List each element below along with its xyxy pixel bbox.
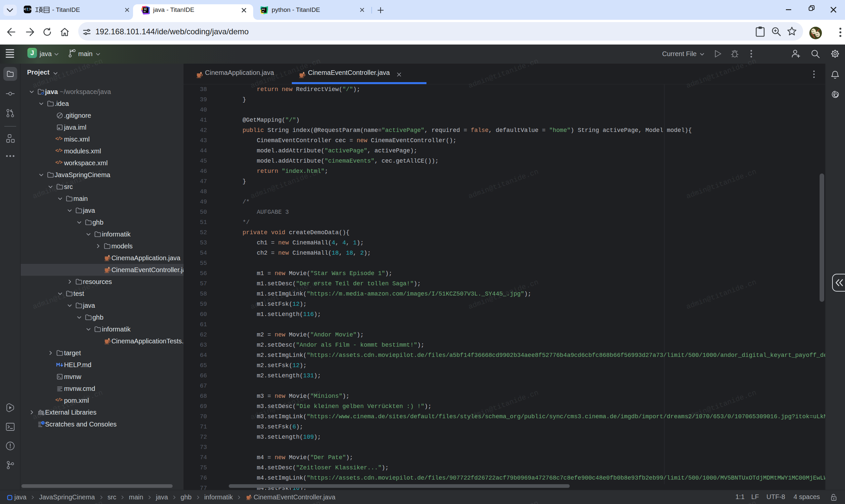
svg-text:PC: PC [262,8,265,11]
svg-text:IE: IE [144,8,147,11]
